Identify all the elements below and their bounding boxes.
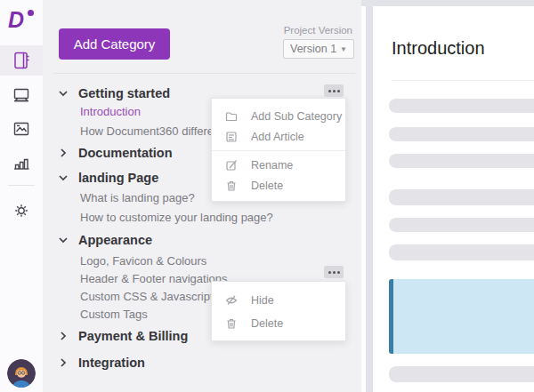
- menu-item-label: Delete: [251, 317, 283, 330]
- title-divider: [392, 80, 534, 81]
- category-context-menu: Add Sub Category Add Article Rename: [211, 98, 346, 202]
- chevron-right-icon: [58, 357, 69, 368]
- rename-icon: [225, 159, 238, 172]
- document360-logo[interactable]: D: [8, 7, 35, 32]
- tree-article-logo-favicon-colours[interactable]: Logo, Favicon & Colours: [43, 252, 361, 269]
- user-avatar[interactable]: [7, 359, 36, 388]
- project-version-label: Project Version: [284, 25, 352, 36]
- text-placeholder-bar: [389, 218, 534, 232]
- add-category-button[interactable]: Add Category: [59, 28, 170, 60]
- menu-item-label: Rename: [251, 159, 293, 172]
- tree-category-integration[interactable]: Integration: [43, 351, 361, 374]
- ellipsis-icon[interactable]: [324, 266, 344, 278]
- text-placeholder-bar: [389, 99, 534, 113]
- hide-icon: [225, 294, 238, 307]
- rail-divider: [8, 185, 35, 186]
- category-label: landing Page: [78, 171, 158, 185]
- menu-item-label: Add Sub Category: [251, 110, 342, 123]
- article-label: Custom Tags: [80, 308, 148, 321]
- tree-category-appearance[interactable]: Appearance: [43, 228, 361, 252]
- text-placeholder-bar: [389, 189, 534, 205]
- chevron-right-icon: [58, 331, 69, 341]
- add-sub-category-icon: [225, 110, 238, 123]
- chevron-down-icon: [58, 172, 69, 183]
- article-context-menu: Hide Delete: [211, 281, 346, 341]
- chevron-right-icon: [58, 148, 69, 158]
- text-placeholder-bar: [389, 244, 534, 260]
- text-placeholder-bar: [389, 127, 534, 141]
- tree-article-customize-landing-page[interactable]: How to customize your landing page?: [43, 208, 361, 226]
- callout-placeholder: [389, 279, 534, 354]
- category-label: Payment & Billing: [78, 329, 188, 343]
- menu-item-label: Hide: [251, 294, 274, 307]
- menu-item-delete[interactable]: Delete: [212, 312, 345, 335]
- app-window: D: [0, 0, 534, 392]
- article-label: Logo, Favicon & Colours: [80, 254, 206, 268]
- chevron-down-icon: [58, 88, 69, 99]
- article-label: Custom CSS & Javascript: [80, 290, 214, 303]
- article-label: How Document360 differen: [80, 124, 220, 138]
- content-top-gutter: [361, 0, 534, 6]
- category-tree-panel: Add Category Project Version Version 1 ▼…: [43, 0, 361, 392]
- article-label: Header & Footer navigations: [80, 272, 227, 285]
- delete-icon: [225, 180, 238, 192]
- article-label: Introduction: [80, 105, 141, 118]
- category-label: Documentation: [78, 146, 173, 160]
- version-select-value: Version 1: [290, 43, 336, 55]
- category-label: Getting started: [78, 86, 170, 100]
- delete-icon: [225, 317, 238, 330]
- menu-item-add-article[interactable]: Add Article: [212, 126, 345, 147]
- menu-item-label: Delete: [251, 180, 283, 192]
- menu-item-hide[interactable]: Hide: [212, 289, 345, 312]
- icon-rail: D: [0, 0, 43, 392]
- panel-divider: [53, 73, 355, 74]
- ellipsis-icon[interactable]: [324, 84, 344, 97]
- text-placeholder-bar: [389, 366, 534, 382]
- images-icon[interactable]: [12, 119, 31, 139]
- menu-item-delete[interactable]: Delete: [212, 175, 345, 196]
- category-label: Integration: [78, 356, 145, 370]
- add-article-icon: [225, 131, 238, 143]
- article-label: What is landing page?: [80, 191, 195, 204]
- menu-item-rename[interactable]: Rename: [212, 155, 345, 175]
- caret-down-icon: ▼: [340, 45, 347, 53]
- chevron-down-icon: [58, 235, 69, 245]
- settings-icon[interactable]: [12, 201, 31, 220]
- article-title: Introduction: [392, 38, 485, 59]
- logo-dot: [28, 10, 34, 16]
- panel-scrollbar-track[interactable]: [366, 0, 373, 392]
- article-preview-card: Introduction: [373, 6, 534, 392]
- logo-letter: D: [8, 7, 23, 32]
- article-label: How to customize your landing page?: [80, 211, 273, 224]
- category-label: Appearance: [78, 233, 152, 247]
- menu-item-add-sub-category[interactable]: Add Sub Category: [212, 106, 345, 126]
- text-placeholder-bar: [389, 154, 534, 168]
- version-select[interactable]: Version 1 ▼: [283, 39, 354, 59]
- menu-item-label: Add Article: [251, 131, 304, 143]
- browser-icon[interactable]: [12, 85, 31, 105]
- menu-divider: [212, 150, 345, 151]
- analytics-icon[interactable]: [12, 153, 31, 172]
- docs-icon[interactable]: [12, 51, 31, 70]
